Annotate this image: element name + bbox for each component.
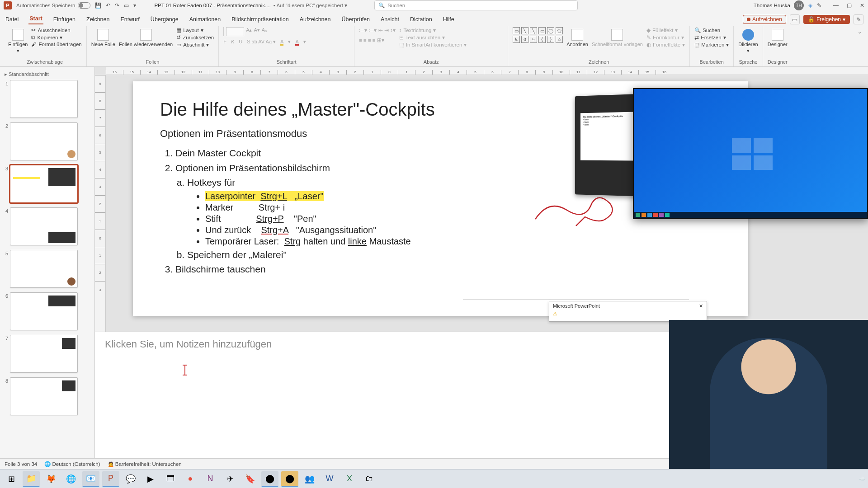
app-icon[interactable]: 🗂 <box>361 471 378 487</box>
section-button[interactable]: ▭ Abschnitt ▾ <box>176 42 214 48</box>
tab-start[interactable]: Start <box>28 14 43 24</box>
close-icon[interactable]: ✕ <box>699 303 703 309</box>
group-edit: 🔍 Suchen ⇄ Ersetzen ▾ ⬚ Markieren ▾ Bear… <box>690 26 734 66</box>
user-account[interactable]: Thomas Hruska TH <box>754 0 804 10</box>
close-icon[interactable]: ✕ <box>860 2 864 9</box>
tab-uebergaenge[interactable]: Übergänge <box>150 14 179 24</box>
chrome-icon[interactable]: 🌐 <box>62 471 80 487</box>
reuse-slides-button[interactable]: Folien wiederverwenden <box>119 27 173 47</box>
list-item[interactable]: Speichern der „Malerei" <box>187 248 721 263</box>
slide-thumb-2[interactable] <box>10 122 78 160</box>
tab-hilfe[interactable]: Hilfe <box>442 14 455 24</box>
reset-button[interactable]: ↺ Zurücksetzen <box>176 34 214 41</box>
list-item[interactable]: Und zurück Strg+A "Ausgangssituation" <box>205 225 721 235</box>
system-tray[interactable]: ☁️ <box>859 476 865 482</box>
tab-entwurf[interactable]: Entwurf <box>119 14 140 24</box>
dictate-button[interactable]: Diktieren▾ <box>738 27 758 54</box>
tab-animationen[interactable]: Animationen <box>189 14 222 24</box>
recording-icon[interactable]: ⬤ <box>281 471 298 487</box>
start-button[interactable]: ⊞ <box>3 471 20 487</box>
tab-einfuegen[interactable]: Einfügen <box>52 14 76 24</box>
group-label: Sprache <box>738 59 758 66</box>
maximize-icon[interactable]: ▢ <box>847 2 852 9</box>
slideshow-icon[interactable]: ▭ <box>124 2 129 9</box>
tab-zeichnen[interactable]: Zeichnen <box>85 14 110 24</box>
cut-button[interactable]: ✂ Ausschneiden <box>31 27 81 33</box>
slide-thumb-7[interactable] <box>10 335 78 373</box>
windows-taskbar: ⊞ 📁 🦊 🌐 📧 P 💬 ▶ 🗔 ● N ✈ 🔖 ⬤ ⬤ 👥 W X 🗂 ☁️ <box>0 469 868 488</box>
app-icon[interactable]: 🔖 <box>241 471 259 487</box>
save-icon[interactable]: 💾 <box>95 2 101 9</box>
accessibility-status[interactable]: 🙍 Barrierefreiheit: Untersuchen <box>108 461 182 467</box>
save-status[interactable]: • Auf "diesem PC" gespeichert ▾ <box>274 2 347 9</box>
minimize-icon[interactable]: ― <box>833 2 839 9</box>
firefox-icon[interactable]: 🦊 <box>42 471 60 487</box>
record-button[interactable]: Aufzeichnen <box>743 15 786 24</box>
undo-icon[interactable]: ↶ <box>106 2 110 9</box>
autosave-toggle[interactable]: Automatisches Speichern <box>16 2 90 9</box>
outlook-icon[interactable]: 📧 <box>82 471 99 487</box>
obs-icon[interactable]: ⬤ <box>261 471 278 487</box>
skype-icon[interactable]: 💬 <box>122 471 139 487</box>
tab-dictation[interactable]: Dictation <box>409 14 433 24</box>
present-button[interactable]: ▭ <box>790 14 800 24</box>
dialog-box: Microsoft PowerPoint✕ ⚠ <box>549 301 707 322</box>
format-painter-button[interactable]: 🖌 Format übertragen <box>31 42 81 47</box>
explorer-icon[interactable]: 📁 <box>23 471 40 487</box>
telegram-icon[interactable]: ✈ <box>222 471 239 487</box>
pen-icon[interactable]: ✎ <box>817 2 821 9</box>
designer-button[interactable]: Designer <box>768 27 788 47</box>
avatar: TH <box>794 0 804 10</box>
group-clipboard: Einfügen▾ ✂ Ausschneiden ⧉ Kopieren ▾ 🖌 … <box>4 26 87 66</box>
word-icon[interactable]: W <box>321 471 338 487</box>
slide-thumb-1[interactable] <box>10 80 78 118</box>
slide-thumb-4[interactable] <box>10 207 78 245</box>
shape-gallery[interactable]: ▭╲╲▭◯⬠ ↳↯⤷{}☆ <box>513 27 563 43</box>
powerpoint-taskbar-icon[interactable]: P <box>102 471 119 487</box>
group-label: Folien <box>91 59 214 66</box>
new-slide-button[interactable]: Neue Folie <box>91 27 115 47</box>
slide-thumb-8[interactable] <box>10 377 78 415</box>
teams-icon[interactable]: 👥 <box>301 471 318 487</box>
arrange-button[interactable]: Anordnen <box>566 27 588 47</box>
dropdown-icon[interactable]: ▾ <box>133 2 136 9</box>
slide-thumb-3[interactable] <box>10 165 78 203</box>
vlc-icon[interactable]: ▶ <box>142 471 159 487</box>
select-button[interactable]: ⬚ Markieren ▾ <box>694 42 729 48</box>
section-header[interactable]: Standardabschnitt <box>2 70 93 80</box>
fill-button: ◆ Fülleffekt ▾ <box>646 27 685 33</box>
slide-thumb-6[interactable] <box>10 292 78 330</box>
diamond-icon[interactable]: ◈ <box>808 2 812 9</box>
group-designer: Designer Designer <box>763 26 792 66</box>
share-button[interactable]: 🔓 Freigeben ▾ <box>803 15 850 24</box>
toggle-icon[interactable] <box>78 2 90 9</box>
slide-counter[interactable]: Folie 3 von 34 <box>5 461 37 467</box>
slide-thumb-5[interactable] <box>10 250 78 288</box>
paste-button[interactable]: Einfügen▾ <box>8 27 28 54</box>
find-button[interactable]: 🔍 Suchen <box>694 27 729 33</box>
replace-button[interactable]: ⇄ Ersetzen ▾ <box>694 34 729 41</box>
tab-ansicht[interactable]: Ansicht <box>380 14 400 24</box>
onenote-icon[interactable]: N <box>202 471 219 487</box>
tab-datei[interactable]: Datei <box>5 14 19 24</box>
tab-aufzeichnen[interactable]: Aufzeichnen <box>299 14 332 24</box>
excel-icon[interactable]: X <box>341 471 358 487</box>
tab-ueberpruefen[interactable]: Überprüfen <box>340 14 371 24</box>
comments-button[interactable]: ✎ <box>854 14 863 24</box>
slide-thumbnail-panel[interactable]: Standardabschnitt 1 2 3 4 5 6 7 8 <box>0 67 95 458</box>
app-icon[interactable]: ● <box>182 471 199 487</box>
tab-bildschirmpraesentation[interactable]: Bildschirmpräsentation <box>231 14 289 24</box>
search-placeholder: Suchen <box>387 3 405 8</box>
redo-icon[interactable]: ↷ <box>115 2 119 9</box>
list-item[interactable]: Bildschirme tauschen <box>175 262 721 277</box>
layout-button[interactable]: ▦ Layout ▾ <box>176 27 214 33</box>
collapse-ribbon-icon[interactable]: ⌄ <box>855 26 864 66</box>
language-status[interactable]: 🌐 Deutsch (Österreich) <box>44 461 100 467</box>
text-cursor-icon <box>184 365 185 375</box>
presenter-video <box>710 338 827 469</box>
search-input[interactable]: 🔍 Suchen <box>374 0 578 10</box>
app-icon[interactable]: 🗔 <box>162 471 179 487</box>
secondary-monitor-preview <box>633 88 868 219</box>
list-item[interactable]: Temporärer Laser: Strg halten und linke … <box>205 236 721 247</box>
copy-button[interactable]: ⧉ Kopieren ▾ <box>31 34 81 41</box>
